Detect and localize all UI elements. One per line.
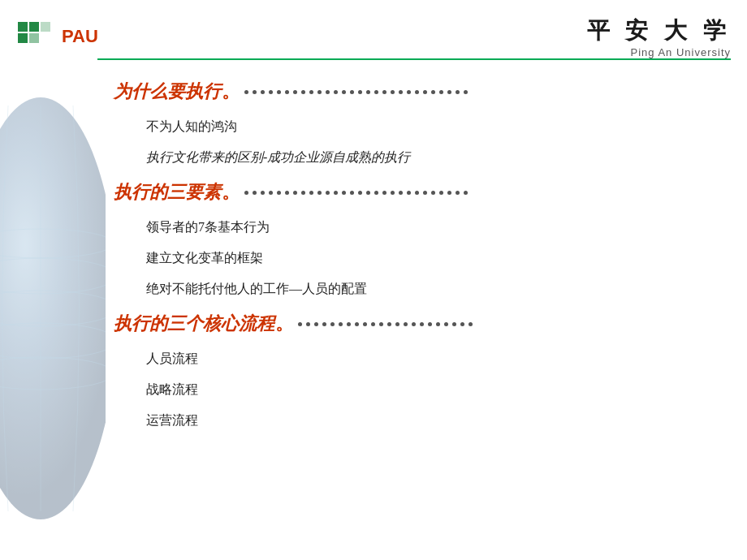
decorative-dot (350, 90, 354, 94)
decorative-dot (342, 191, 346, 195)
decorative-dot (382, 90, 386, 94)
decorative-dot (371, 322, 375, 326)
decorative-dot (358, 90, 362, 94)
decorative-dot (464, 191, 468, 195)
decorative-dot (456, 191, 460, 195)
decorative-dot (363, 322, 367, 326)
decorative-dot (253, 90, 257, 94)
decorative-dot (399, 191, 403, 195)
decorative-dot (244, 191, 248, 195)
decorative-dot (436, 322, 440, 326)
decorative-dot (342, 90, 346, 94)
slide: PAU 平 安 大 学 Ping An University 为什么要执行 。 … (0, 0, 747, 560)
section2-item2: 建立文化变革的框架 (146, 248, 723, 268)
decorative-dot (379, 322, 383, 326)
decorative-dot (420, 322, 424, 326)
svg-rect-9 (18, 33, 28, 43)
decorative-dot (293, 90, 297, 94)
decorative-dot (399, 90, 403, 94)
svg-rect-8 (29, 22, 39, 32)
decorative-dot (407, 191, 411, 195)
university-name-english: Ping An University (587, 46, 731, 58)
decorative-dot (404, 322, 408, 326)
globe-decoration (0, 65, 106, 560)
decorative-dot (456, 90, 460, 94)
svg-rect-11 (41, 22, 50, 32)
decorative-dot (317, 191, 322, 195)
decorative-dot (350, 191, 354, 195)
section2-items: 领导者的7条基本行为 建立文化变革的框架 绝对不能托付他人的工作—人员的配置 (146, 218, 723, 299)
decorative-dot (428, 322, 432, 326)
decorative-dot (244, 90, 248, 94)
decorative-dot (444, 322, 448, 326)
decorative-dot (452, 322, 456, 326)
decorative-dot (330, 322, 335, 326)
decorative-dot (334, 191, 338, 195)
decorative-dot (355, 322, 359, 326)
section3-dots (298, 322, 723, 326)
section1-title: 为什么要执行 (114, 80, 221, 104)
decorative-dot (382, 191, 386, 195)
decorative-dot (261, 191, 265, 195)
decorative-dot (460, 322, 464, 326)
decorative-dot (387, 322, 391, 326)
section1-item2: 执行文化带来的区别-成功企业源自成熟的执行 (146, 148, 723, 167)
svg-rect-7 (18, 22, 28, 32)
decorative-dot (423, 191, 427, 195)
section1-dots (244, 90, 723, 94)
decorative-dot (374, 90, 378, 94)
decorative-dot (395, 322, 399, 326)
header-divider (97, 58, 731, 60)
section2-title: 执行的三要素 (114, 180, 221, 205)
decorative-dot (423, 90, 427, 94)
decorative-dot (277, 90, 281, 94)
decorative-dot (339, 322, 343, 326)
header: PAU 平 安 大 学 Ping An University (0, 0, 747, 65)
decorative-dot (293, 191, 297, 195)
decorative-dot (391, 191, 395, 195)
university-name-chinese: 平 安 大 学 (587, 15, 731, 46)
decorative-dot (439, 90, 443, 94)
decorative-dot (407, 90, 411, 94)
decorative-dot (334, 90, 338, 94)
svg-rect-10 (29, 33, 39, 43)
decorative-dot (431, 191, 435, 195)
section3-item2: 战略流程 (146, 380, 723, 399)
decorative-dot (269, 90, 273, 94)
decorative-dot (468, 322, 473, 326)
decorative-dot (309, 191, 313, 195)
decorative-dot (412, 322, 416, 326)
section1-header: 为什么要执行 。 (114, 80, 723, 104)
decorative-dot (309, 90, 313, 94)
section1-period: 。 (222, 80, 240, 104)
section2-period: 。 (222, 180, 240, 205)
decorative-dot (464, 90, 468, 94)
decorative-dot (391, 90, 395, 94)
decorative-dot (301, 90, 305, 94)
section1-items: 不为人知的鸿沟 执行文化带来的区别-成功企业源自成熟的执行 (146, 117, 723, 167)
section3-title: 执行的三个核心流程 (114, 312, 274, 336)
decorative-dot (415, 90, 419, 94)
decorative-dot (306, 322, 310, 326)
decorative-dot (374, 191, 378, 195)
decorative-dot (301, 191, 305, 195)
section2-item1: 领导者的7条基本行为 (146, 218, 723, 237)
decorative-dot (326, 191, 330, 195)
decorative-dot (439, 191, 443, 195)
decorative-dot (447, 191, 451, 195)
decorative-dot (317, 90, 322, 94)
main-content: 为什么要执行 。 不为人知的鸿沟 执行文化带来的区别-成功企业源自成熟的执行 执… (114, 73, 723, 544)
pau-label: PAU (62, 26, 98, 47)
decorative-dot (447, 90, 451, 94)
decorative-dot (326, 90, 330, 94)
section2-dots (244, 191, 723, 195)
logo-area: PAU (16, 20, 98, 53)
decorative-dot (277, 191, 281, 195)
svg-point-0 (0, 97, 106, 519)
section3-item1: 人员流程 (146, 349, 723, 368)
decorative-dot (253, 191, 257, 195)
section2-header: 执行的三要素 。 (114, 180, 723, 205)
decorative-dot (314, 322, 318, 326)
decorative-dot (431, 90, 435, 94)
decorative-dot (358, 191, 362, 195)
